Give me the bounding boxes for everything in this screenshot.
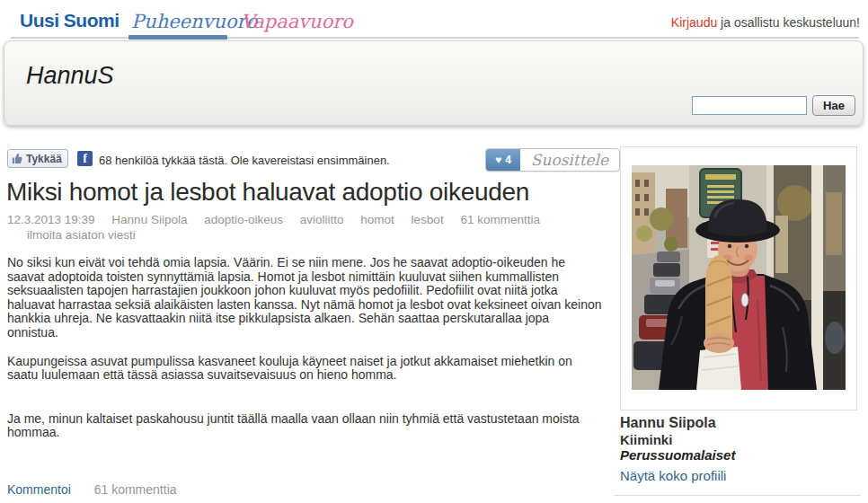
profile-party: Perussuomalaiset [620, 447, 735, 463]
pendant [741, 294, 748, 307]
tab-puheenvuoro[interactable]: Puheenvuoro [131, 11, 257, 32]
article-title: Miksi homot ja lesbot haluavat adoptio o… [6, 178, 599, 207]
login-link[interactable]: Kirjaudu [671, 15, 717, 30]
article-footer: Kommentoi 61 kommenttia [7, 482, 177, 497]
tag-adoptio-oikeus[interactable]: adoptio-oikeus [204, 213, 283, 226]
login-area: Kirjaudu ja osallistu keskusteluun! [671, 15, 860, 30]
uusi-suomi-logo[interactable]: Uusi Suomi [20, 10, 120, 31]
profile-photo-box [620, 146, 857, 410]
article-paragraph: Ja me, minun kaltaiset paskahousu juntit… [7, 412, 602, 440]
thumbs-up-icon [12, 153, 23, 164]
article-author: Hannu Siipola [111, 213, 187, 226]
blog-header: HannuS Hae [4, 40, 864, 126]
comment-link[interactable]: Kommentoi [7, 482, 71, 497]
sidebar-divider [614, 495, 861, 496]
tab-vapaavuoro[interactable]: Vapaavuoro [241, 11, 353, 32]
heart-icon: ♥ [495, 154, 501, 166]
tag-avioliitto[interactable]: avioliitto [300, 213, 344, 226]
profile-location: Kiiminki [620, 432, 672, 447]
facebook-like-button[interactable]: Tykkää [7, 149, 68, 168]
facebook-icon[interactable]: f [77, 151, 93, 166]
article-paragraph: Kaupungeissa asuvat pumpulissa kasvaneet… [7, 355, 602, 383]
profile-photo [632, 165, 846, 390]
recommend-count-badge: ♥ 4 [486, 149, 520, 171]
recommend-count: 4 [505, 154, 511, 166]
report-abuse-link[interactable]: ilmoita asiaton viesti [27, 228, 136, 242]
search-input[interactable] [692, 96, 807, 115]
recommend-label: Suosittele [520, 149, 619, 171]
like-summary-text: 68 henkilöä tykkää tästä. Ole kavereista… [99, 154, 390, 167]
like-button-label: Tykkää [26, 153, 62, 165]
active-tab-underline [128, 35, 227, 40]
search-button[interactable]: Hae [812, 95, 855, 116]
recommend-button[interactable]: ♥ 4 Suosittele [485, 148, 620, 172]
blog-title: HannuS [26, 62, 114, 90]
comment-count-footer: 61 kommenttia [94, 482, 177, 497]
login-suffix: ja osallistu keskusteluun! [717, 15, 860, 30]
view-full-profile-link[interactable]: Näytä koko profiili [620, 468, 726, 483]
article-body: No siksi kun eivät voi tehdä omia lapsia… [7, 256, 602, 440]
comments-count-meta[interactable]: 61 kommenttia [460, 213, 540, 226]
tag-lesbot[interactable]: lesbot [412, 213, 444, 226]
article-datetime: 12.3.2013 19:39 [7, 213, 95, 226]
profile-name: Hannu Siipola [620, 415, 716, 431]
top-bar: Uusi Suomi Puheenvuoro Vapaavuoro Kirjau… [0, 0, 868, 40]
page: Uusi Suomi Puheenvuoro Vapaavuoro Kirjau… [0, 0, 868, 503]
article-meta: 12.3.2013 19:39 Hannu Siipola adoptio-oi… [7, 213, 600, 242]
tag-homot[interactable]: homot [360, 213, 394, 226]
article-paragraph: No siksi kun eivät voi tehdä omia lapsia… [7, 256, 602, 340]
